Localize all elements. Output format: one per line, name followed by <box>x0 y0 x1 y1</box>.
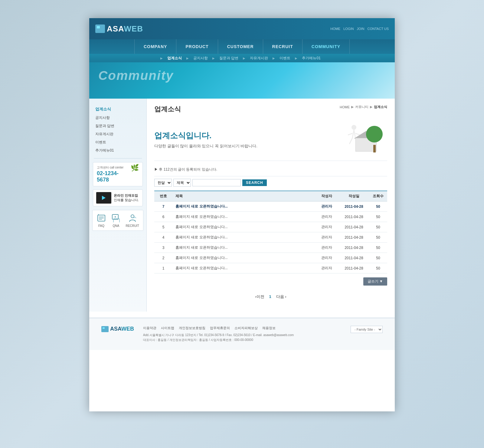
cell-author: 관리자 <box>315 253 339 263</box>
search-input[interactable] <box>192 179 241 186</box>
search-period-select[interactable]: 한달 <box>154 179 172 187</box>
cell-views: 50 <box>369 253 387 263</box>
nav-customer[interactable]: CUSTOMER <box>218 39 263 54</box>
subnav-item-5[interactable]: 추가메뉴01 <box>299 56 323 61</box>
col-num: 번호 <box>154 191 172 201</box>
subnav-item-0[interactable]: 업계소식 <box>164 56 185 61</box>
svg-point-9 <box>115 216 116 217</box>
cell-title[interactable]: 홈페이지 새로 오픈하였습니다... <box>172 243 315 253</box>
page-hero: 업계소식입니다. 다양한 글들이 많이 올라와 있으니 꼭 읽어보시기 바랍니다… <box>154 118 387 161</box>
table-row: 1홈페이지 새로 오픈하였습니다...관리자2011-04-2850 <box>154 263 387 273</box>
page-hero-text: 업계소식입니다. 다양한 글들이 많이 올라와 있으니 꼭 읽어보시기 바랍니다… <box>154 130 257 149</box>
sub-navigation: ▶ 업계소식 ▶ 공지사항 ▶ 질문과 답변 ▶ 자유게시판 ▶ 이벤트 ▶ 추… <box>89 54 395 62</box>
col-title: 제목 <box>172 191 315 201</box>
cell-title[interactable]: 홈페이지 새로 오픈하였습니다... <box>172 212 315 222</box>
cell-num: 3 <box>154 243 172 253</box>
logo-area: ASAWEB <box>95 24 143 34</box>
cell-views: 50 <box>369 201 387 212</box>
sidebar-item-1[interactable]: 질문과 답변 <box>89 122 146 130</box>
cell-author: 관리자 <box>315 222 339 232</box>
svg-point-10 <box>131 215 134 218</box>
col-date: 작성일 <box>339 191 369 201</box>
cell-num: 7 <box>154 201 172 212</box>
nav-product[interactable]: PRODUCT <box>176 39 218 54</box>
play-button-icon[interactable] <box>102 196 106 200</box>
nav-company[interactable]: COMPANY <box>134 39 177 54</box>
footer-link-2[interactable]: 개인정보보호방침 <box>179 326 205 330</box>
cell-title[interactable]: 홈페이지 새로 오픈하였습니다... <box>172 201 315 212</box>
sidebar-item-0[interactable]: 공지사항 <box>89 114 146 122</box>
write-button-row: 글쓰기 ▼ <box>154 275 387 288</box>
svg-rect-1 <box>100 26 103 28</box>
header-top: ASAWEB HOME LOGIN JOIN CONTACT US <box>89 18 395 39</box>
cell-author: 관리자 <box>315 201 339 212</box>
call-center-number: 02-1234-5678 <box>97 170 139 183</box>
sidebar-menu-title[interactable]: 업계소식 <box>89 105 146 114</box>
nav-community[interactable]: COMMUNITY <box>302 39 350 54</box>
subnav-item-3[interactable]: 자유게시판 <box>247 56 271 61</box>
cell-title[interactable]: 홈페이지 새로 오픈하였습니다... <box>172 232 315 243</box>
footer-link-0[interactable]: 이용약관 <box>143 326 156 330</box>
tree-trunk <box>373 145 376 152</box>
pagination-prev[interactable]: ‹이전 <box>253 294 266 299</box>
sidebar-item-4[interactable]: 추가메뉴01 <box>89 146 146 155</box>
footer-link-1[interactable]: 사이트맵 <box>161 326 174 330</box>
subnav-item-1[interactable]: 공지사항 <box>190 56 211 61</box>
cell-views: 50 <box>369 222 387 232</box>
post-count: ▶ 후 112건의 글이 등록되어 있습니다. <box>154 165 387 174</box>
table-row: 3홈페이지 새로 오픈하였습니다...관리자2011-04-2850 <box>154 243 387 253</box>
pagination-next[interactable]: 다음 › <box>275 294 288 299</box>
footer-inner: ASAWEB 이용약관 사이트맵 개인정보보호방침 업무제휴문의 소비자피해보상… <box>101 326 383 342</box>
search-button[interactable]: SEARCH <box>242 179 267 186</box>
footer-logo-icon <box>101 326 109 332</box>
quick-link-faq[interactable]: FAQ <box>96 213 106 227</box>
footer-logo-text: ASAWEB <box>110 326 134 332</box>
nav-recruit[interactable]: RECRUIT <box>263 39 302 54</box>
subnav-item-2[interactable]: 질문과 답변 <box>216 56 241 61</box>
cell-title[interactable]: 홈페이지 새로 오픈하였습니다... <box>172 263 315 273</box>
hero-title: 업계소식입니다. <box>154 130 257 141</box>
recruitment-text: 온라인 인재모집 인재를 찾습니다. <box>114 193 139 203</box>
cell-date: 2011-04-28 <box>339 222 369 232</box>
footer-link-3[interactable]: 업무제휴문의 <box>210 326 230 330</box>
cell-num: 1 <box>154 263 172 273</box>
logo-icon <box>95 25 105 33</box>
cell-title[interactable]: 홈페이지 새로 오픈하였습니다... <box>172 253 315 263</box>
quick-link-qna[interactable]: QNA <box>111 213 121 227</box>
footer-link-4[interactable]: 소비자피해보상 <box>234 326 258 330</box>
search-type-select[interactable]: 제목 <box>173 179 191 187</box>
svg-rect-15 <box>105 327 107 329</box>
cell-author: 관리자 <box>315 232 339 243</box>
video-thumbnail[interactable] <box>96 192 111 204</box>
page-title: 업계소식 <box>154 105 181 114</box>
cell-date: 2011-04-28 <box>339 212 369 222</box>
write-button[interactable]: 글쓰기 ▼ <box>363 277 387 286</box>
cell-date: 2011-04-28 <box>339 201 369 212</box>
family-site-select[interactable]: - Family Site - <box>351 326 383 333</box>
cell-author: 관리자 <box>315 212 339 222</box>
nav-home-link[interactable]: HOME <box>330 27 340 31</box>
cell-date: 2011-04-28 <box>339 232 369 243</box>
cell-title[interactable]: 홈페이지 새로 오픈하였습니다... <box>172 222 315 232</box>
main-content: 업계소식 HOME ▶ 커뮤니티 ▶ 업계소식 업계소식입니다. 다양한 글들이… <box>147 99 395 312</box>
quick-link-recruit[interactable]: RECRUIT <box>126 213 139 227</box>
community-title: Community <box>98 68 386 83</box>
table-row: 5홈페이지 새로 오픈하였습니다...관리자2011-04-2850 <box>154 222 387 232</box>
faq-icon <box>96 213 106 223</box>
sidebar-item-2[interactable]: 자유게시판 <box>89 130 146 138</box>
cell-views: 50 <box>369 232 387 243</box>
nav-join-link[interactable]: JOIN <box>357 27 364 31</box>
cell-views: 50 <box>369 243 387 253</box>
subnav-item-4[interactable]: 이벤트 <box>276 56 293 61</box>
svg-rect-2 <box>97 29 100 31</box>
search-row: 한달 제목 SEARCH <box>154 176 387 189</box>
svg-rect-14 <box>103 327 105 329</box>
nav-contact-link[interactable]: CONTACT US <box>368 27 389 31</box>
sidebar-item-3[interactable]: 이벤트 <box>89 138 146 146</box>
hero-description: 다양한 글들이 많이 올라와 있으니 꼭 읽어보시기 바랍니다. <box>154 143 257 149</box>
pagination: ‹이전 1 다음 › <box>154 288 387 306</box>
footer-link-5[interactable]: 채용정보 <box>262 326 276 330</box>
footer-address: Add.서울특별시 가나구 다라동 123번지 / Tel. 01)234-56… <box>143 333 342 338</box>
nav-login-link[interactable]: LOGIN <box>343 27 354 31</box>
footer-logo: ASAWEB <box>101 326 134 332</box>
